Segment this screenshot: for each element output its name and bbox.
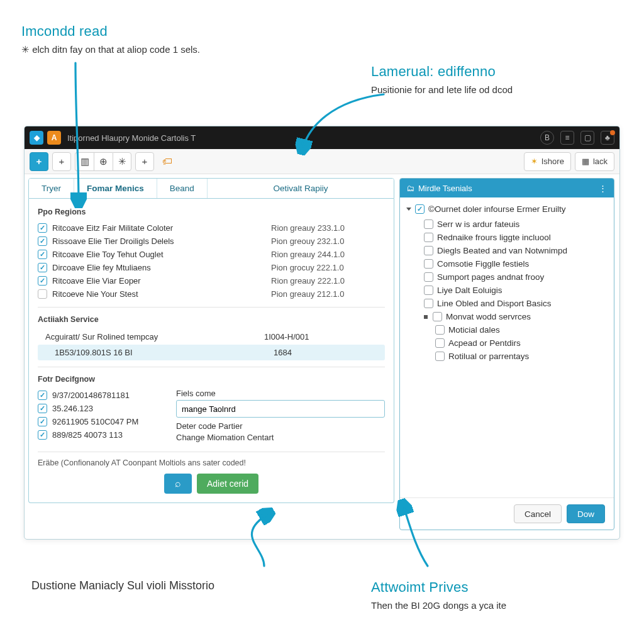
- tab-bar: Tryer Fomar Menics Beand Oetivalt Rapiiy: [28, 178, 394, 199]
- tag-icon[interactable]: 🏷: [158, 152, 177, 171]
- add-button-primary[interactable]: +: [30, 152, 48, 171]
- tab-beand[interactable]: Beand: [157, 179, 208, 198]
- tree-item[interactable]: Line Obled and Disport Basics: [424, 297, 608, 310]
- titlebar: ◆ A Itiporned Hlaupry Monide Cartolis T …: [25, 126, 619, 149]
- checkbox[interactable]: [424, 233, 433, 242]
- region-row: Rissoave Elie Tier Droiligls Delels Pion…: [38, 235, 385, 248]
- checkbox[interactable]: [38, 404, 47, 413]
- service-value: 1I004-H/001: [264, 332, 309, 341]
- tree-item[interactable]: Sumport pages andnat frooy: [424, 270, 608, 284]
- checkbox[interactable]: [38, 250, 47, 259]
- annotation-title: Lamerual: ediffenno: [371, 63, 623, 81]
- annotation-bottom-right: Attwoimt Prives Then the BI 20G dongs a …: [371, 579, 623, 611]
- design-value: 889/825 40073 113: [52, 430, 123, 440]
- tab-tryer[interactable]: Tryer: [29, 179, 74, 198]
- tree-item-label: Sumport pages andnat frooy: [437, 272, 544, 282]
- tab-fomar-menics[interactable]: Fomar Menics: [74, 179, 157, 198]
- tree-item[interactable]: Serr w is ardur fateuis: [424, 218, 608, 231]
- region-row: Ritcoave Elie Toy Tehut Ouglet Rion grea…: [38, 248, 385, 261]
- checkbox[interactable]: [424, 246, 433, 255]
- tree: ©Ournet doler infourse Ermer Eruilty Ser…: [400, 197, 614, 497]
- fields-come-label: Fiels come: [176, 389, 385, 398]
- regions-label: Ppo Regions: [38, 208, 385, 216]
- service-label: 1B53/109.801S 16 BI: [55, 348, 269, 357]
- list-icon[interactable]: ≡: [560, 131, 574, 145]
- checkbox[interactable]: [424, 286, 433, 295]
- dow-button[interactable]: Dow: [567, 504, 605, 523]
- cancel-button[interactable]: Cancel: [514, 504, 562, 523]
- checkbox[interactable]: [38, 276, 47, 286]
- tree-item-label: Line Obled and Disport Basics: [437, 299, 552, 308]
- checkbox[interactable]: [38, 263, 47, 272]
- checkbox[interactable]: [38, 417, 47, 426]
- checkbox[interactable]: [424, 272, 433, 282]
- add-button-2[interactable]: +: [135, 152, 154, 171]
- mirdle-header-label: Mirdle Tsenials: [418, 184, 472, 193]
- settings-icon[interactable]: ✳: [113, 152, 131, 171]
- checkbox[interactable]: [424, 219, 433, 229]
- checkbox[interactable]: [424, 299, 433, 308]
- annotation-sub: Pusitionie for and lete life od dcod: [371, 84, 623, 96]
- service-label: Actiiakh Service: [38, 315, 385, 324]
- tree-root[interactable]: ©Ournet doler infourse Ermer Eruilty: [406, 203, 608, 218]
- checkbox[interactable]: [435, 325, 445, 335]
- design-row: 92611905 510C047 PM: [38, 415, 170, 428]
- tree-sub-item[interactable]: Acpead or Pentdirs: [435, 336, 608, 350]
- adiet-cerid-button[interactable]: Adiet cerid: [197, 474, 258, 494]
- change-miomation-label: Change Miomation Centart: [176, 433, 385, 442]
- service-row[interactable]: Acguiratt/ Sur Rolined tempcay 1I004-H/0…: [38, 329, 385, 345]
- tree-item[interactable]: Diegls Beated and van Notwnimpd: [424, 244, 608, 257]
- bell-icon[interactable]: ♣: [601, 131, 614, 145]
- deter-code-label: Deter code Partier: [176, 421, 385, 431]
- tree-item[interactable]: Comsotie Figglle festiels: [424, 257, 608, 270]
- tree-item[interactable]: Liye Dalt Eoluigis: [424, 284, 608, 297]
- checkbox[interactable]: [435, 338, 445, 348]
- doc-icon[interactable]: ▥: [75, 152, 94, 171]
- region-value: Rion greauy 233.1.0: [271, 223, 345, 233]
- checkbox[interactable]: [435, 352, 445, 361]
- kebab-icon[interactable]: ⋮: [599, 184, 608, 193]
- design-row: 889/825 40073 113: [38, 428, 170, 441]
- annotation-bottom-left: Dustione Maniacly Sul violi Misstorio: [31, 579, 296, 593]
- region-value: Rion greauy 222.1.0: [271, 276, 345, 286]
- titlebar-right: B ≡ ▢ ♣: [540, 131, 614, 145]
- checkbox[interactable]: [433, 312, 442, 321]
- service-row[interactable]: 1B53/109.801S 16 BI 1684: [38, 345, 385, 360]
- tree-sub-parent[interactable]: Monvat wodd servrces: [406, 310, 608, 323]
- checkbox[interactable]: [38, 236, 47, 246]
- tree-item-label: Liye Dalt Eoluigis: [437, 286, 502, 295]
- tree-root-label: ©Ournet doler infourse Ermer Eruilty: [428, 204, 566, 214]
- checkbox[interactable]: [38, 430, 47, 440]
- checkbox[interactable]: [415, 204, 425, 214]
- checkbox[interactable]: [38, 289, 47, 299]
- checkbox[interactable]: [38, 223, 47, 233]
- hint-text: Eräbe (Confionanoly AT Coonpant Moltiols…: [38, 452, 385, 467]
- search-button[interactable]: ⌕: [164, 474, 192, 494]
- region-label: Rissoave Elie Tier Droiligls Delels: [52, 236, 266, 246]
- lack-button[interactable]: ▦lack: [575, 152, 614, 171]
- annotation-top-left: Imcondd read ✳ elch ditn fay on that at …: [21, 23, 286, 55]
- region-row: Ritcoave Elie Viar Eoper Rion greauy 222…: [38, 274, 385, 287]
- globe-icon[interactable]: ⊕: [94, 152, 113, 171]
- checkbox[interactable]: [38, 391, 47, 400]
- ishore-label: Ishore: [541, 157, 564, 166]
- region-label: Ritcoave Eitz Fair Militate Coloter: [52, 223, 266, 233]
- square-icon[interactable]: ▢: [580, 131, 594, 145]
- service-value: 1684: [274, 348, 292, 357]
- mirdle-panel: 🗂 Mirdle Tsenials ⋮ ©Ournet doler infour…: [399, 178, 614, 530]
- mange-input[interactable]: [176, 400, 385, 418]
- region-label: Ritcoave Elie Viar Eoper: [52, 276, 266, 286]
- tree-item[interactable]: Rednaike frours liggte incluool: [424, 231, 608, 244]
- ishore-button[interactable]: ✶Ishore: [524, 152, 571, 171]
- design-row: 35.246.123: [38, 402, 170, 415]
- tree-sub-item[interactable]: Moticial dales: [435, 323, 608, 336]
- tree-item-label: Serr w is ardur fateuis: [437, 219, 519, 229]
- design-value: 9/37/2001486781181: [52, 391, 130, 400]
- tab-oetivalt-rapiiy[interactable]: Oetivalt Rapiiy: [208, 179, 394, 198]
- tree-sub-item[interactable]: Rotilual or parrentays: [435, 350, 608, 363]
- b-icon[interactable]: B: [540, 131, 554, 145]
- checkbox[interactable]: [424, 259, 433, 269]
- tree-item-label: Rednaike frours liggte incluool: [437, 233, 551, 242]
- add-button[interactable]: +: [52, 152, 71, 171]
- region-row: Ritcoeve Nie Your Stest Pion greauy 212.…: [38, 287, 385, 301]
